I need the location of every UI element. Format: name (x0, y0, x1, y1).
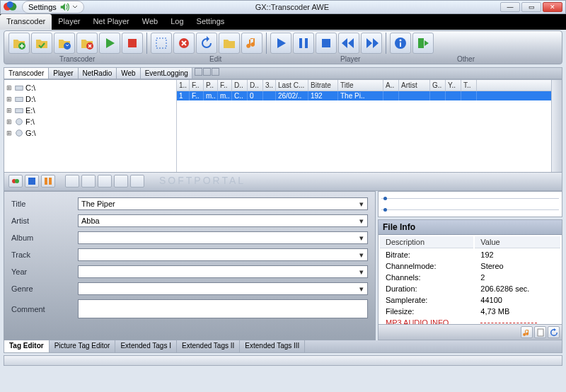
list-cell (263, 91, 276, 100)
expand-icon[interactable]: ⊞ (6, 84, 13, 91)
svg-rect-6 (128, 39, 137, 47)
close-button[interactable]: ✕ (543, 2, 562, 12)
tab-extendedtags2[interactable]: Extended Tags II (177, 340, 240, 352)
expand-icon[interactable]: ⊞ (6, 96, 13, 103)
open-button[interactable] (219, 33, 240, 54)
subtab-netradio[interactable]: NetRadio (78, 67, 117, 79)
svg-rect-11 (322, 39, 330, 47)
label-title: Title (11, 200, 78, 208)
tab-extendedtags3[interactable]: Extended Tags III (240, 340, 305, 352)
remove-folder-button[interactable] (76, 33, 98, 54)
list-col[interactable]: F.. (218, 80, 232, 91)
list-col[interactable]: Y.. (446, 80, 461, 91)
list-col[interactable]: Title (338, 80, 383, 91)
svg-rect-7 (156, 38, 166, 48)
tb2-btn-1[interactable] (8, 175, 23, 188)
dropdown-icon: ▾ (356, 198, 367, 209)
input-album[interactable]: ▾ (78, 231, 368, 244)
corner-refresh-icon[interactable] (548, 326, 560, 338)
list-cell (446, 91, 461, 100)
expand-icon[interactable]: ⊞ (6, 107, 13, 114)
exit-button[interactable] (412, 33, 434, 54)
player-prev-button[interactable] (338, 33, 359, 54)
main-toolbar: Transcoder Edit Player Other (4, 30, 562, 64)
refresh-folder-button[interactable] (54, 33, 75, 54)
list-col[interactable]: Artist (399, 80, 430, 91)
fi-key: Filesize: (380, 306, 473, 316)
music-button[interactable] (241, 33, 262, 54)
minimize-button[interactable]: — (500, 2, 520, 12)
tb2-btn-2[interactable] (25, 175, 39, 188)
menu-log[interactable]: Log (164, 14, 190, 30)
start-button[interactable] (99, 33, 120, 54)
waveform-panel[interactable] (378, 191, 562, 217)
tb2-btn-4[interactable] (65, 175, 79, 188)
corner-music-icon[interactable] (521, 326, 533, 338)
input-track[interactable]: ▾ (78, 248, 368, 261)
subtab-transcoder[interactable]: Transcoder (4, 67, 49, 79)
player-play-button[interactable] (270, 33, 291, 54)
drive-icon (14, 128, 24, 138)
expand-icon[interactable]: ⊞ (6, 118, 13, 125)
menu-web[interactable]: Web (136, 14, 164, 30)
settings-button[interactable]: Settings (22, 1, 84, 13)
list-row-selected[interactable]: 1F..m..m..C..026/02/..192The Pi.. (177, 91, 551, 100)
input-artist[interactable]: Abba▾ (78, 214, 368, 227)
panel-btn-2[interactable] (203, 68, 211, 76)
list-cell: 26/02/.. (276, 91, 308, 100)
input-year[interactable]: ▾ (78, 265, 368, 278)
label-album: Album (11, 234, 78, 242)
subtab-player[interactable]: Player (48, 67, 78, 79)
tab-picturetageditor[interactable]: Picture Tag Editor (50, 340, 116, 352)
panel-btn-close[interactable] (212, 68, 219, 76)
drive-tree[interactable]: ⊞C:\ ⊞D:\ ⊞E:\ ⊞F:\ ⊞G:\ (4, 80, 177, 172)
tb2-btn-5[interactable] (81, 175, 96, 188)
menu-settings[interactable]: Settings (190, 14, 231, 30)
list-col[interactable]: Bitrate (308, 80, 338, 91)
input-title[interactable]: The Piper▾ (78, 197, 368, 210)
file-list[interactable]: 1..F..P..F..D..D..3..Last C...BitrateTit… (177, 80, 551, 172)
menu-transcoder[interactable]: Transcoder (0, 14, 52, 30)
fi-val: 44100 (475, 295, 560, 305)
add-folder-button[interactable] (31, 33, 52, 54)
list-cell: 192 (308, 91, 338, 100)
input-comment[interactable] (78, 299, 368, 318)
tb2-btn-6[interactable] (98, 175, 112, 188)
tb2-btn-8[interactable] (130, 175, 144, 188)
list-col[interactable]: G.. (430, 80, 446, 91)
delete-button[interactable] (173, 33, 195, 54)
label-artist: Artist (11, 217, 78, 225)
info-button[interactable] (390, 33, 411, 54)
player-next-button[interactable] (361, 33, 382, 54)
menu-netplayer[interactable]: Net Player (86, 14, 135, 30)
panel-btn-1[interactable] (195, 68, 202, 76)
select-button[interactable] (151, 33, 172, 54)
list-col[interactable]: D.. (232, 80, 248, 91)
tab-extendedtags1[interactable]: Extended Tags I (115, 340, 177, 352)
tb2-btn-3[interactable] (41, 175, 55, 188)
input-genre[interactable]: ▾ (78, 282, 368, 295)
list-col[interactable]: A.. (383, 80, 399, 91)
scrollbar-vertical[interactable] (551, 80, 562, 172)
tab-tageditor[interactable]: Tag Editor (4, 340, 50, 352)
stop-button[interactable] (122, 33, 143, 54)
bottom-split: TitleThe Piper▾ ArtistAbba▾ Album▾ Track… (4, 191, 562, 340)
corner-page-icon[interactable] (534, 326, 546, 338)
list-col[interactable]: F.. (190, 80, 204, 91)
maximize-button[interactable]: ▭ (521, 2, 541, 12)
reload-button[interactable] (196, 33, 217, 54)
subtab-web[interactable]: Web (116, 67, 140, 79)
list-col[interactable]: D.. (248, 80, 263, 91)
add-file-button[interactable] (8, 33, 30, 54)
list-col[interactable]: Last C... (276, 80, 308, 91)
tb2-btn-7[interactable] (114, 175, 128, 188)
list-col[interactable]: T.. (461, 80, 477, 91)
player-pause-button[interactable] (293, 33, 314, 54)
expand-icon[interactable]: ⊞ (6, 129, 13, 137)
list-col[interactable]: 1.. (177, 80, 190, 91)
list-col[interactable]: 3.. (263, 80, 276, 91)
list-col[interactable]: P.. (204, 80, 218, 91)
player-stop-button[interactable] (316, 33, 337, 54)
menu-player[interactable]: Player (52, 14, 86, 30)
subtab-eventlogging[interactable]: EventLogging (140, 67, 193, 79)
